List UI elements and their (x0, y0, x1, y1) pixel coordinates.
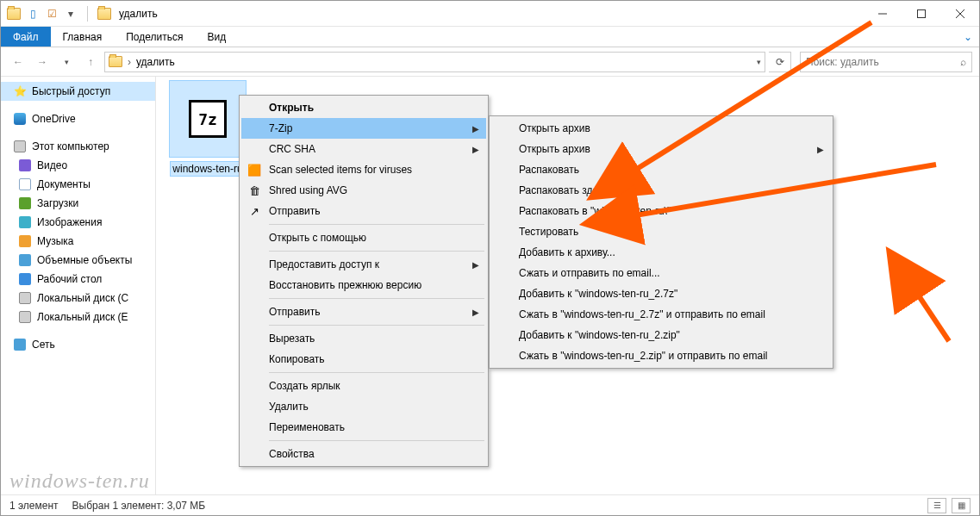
ribbon-expand-icon[interactable]: ⌄ (964, 27, 979, 47)
ctx-crc-sha[interactable]: CRC SHA ▶ (241, 139, 486, 159)
ctx-7zip[interactable]: 7-Zip ▶ (241, 118, 486, 139)
sub-compress-email[interactable]: Сжать и отправить по email... (491, 263, 831, 283)
history-dropdown[interactable]: ▾ (56, 52, 77, 72)
search-icon[interactable]: ⌕ (960, 56, 966, 68)
ctx-grant-access[interactable]: Предоставить доступ к ▶ (241, 254, 486, 275)
sub-add-to-7z[interactable]: Добавить к "windows-ten-ru_2.7z" (491, 283, 831, 304)
sidebar-item-downloads[interactable]: Загрузки (1, 194, 155, 213)
sub-open-archive-1[interactable]: Открыть архив (491, 118, 831, 139)
sub-add-to-archive[interactable]: Добавить к архиву... (491, 242, 831, 263)
separator (269, 224, 484, 225)
qat-pin-icon[interactable]: ▯ (25, 6, 41, 22)
sidebar-item-this-pc[interactable]: Этот компьютер (1, 137, 155, 156)
sidebar-item-3d-objects[interactable]: Объемные объекты (1, 251, 155, 270)
ctx-copy[interactable]: Копировать (241, 349, 486, 370)
sidebar-item-quick-access[interactable]: ⭐ Быстрый доступ (1, 82, 155, 101)
ctx-shred-avg[interactable]: 🗑 Shred using AVG (241, 180, 486, 201)
view-icons-button[interactable]: ▦ (952, 498, 971, 513)
ctx-cut[interactable]: Вырезать (241, 328, 486, 349)
address-dropdown-icon[interactable]: ▾ (757, 58, 761, 66)
sidebar-label: Локальный диск (C (37, 292, 128, 304)
chevron-right-icon: ▶ (472, 124, 479, 134)
sub-add-to-zip[interactable]: Добавить к "windows-ten-ru_2.zip" (491, 325, 831, 345)
share-icon: ↗ (247, 203, 262, 219)
watermark: windows-ten.ru (9, 469, 150, 493)
sidebar-label: OneDrive (32, 113, 76, 125)
ctx-create-shortcut[interactable]: Создать ярлык (241, 376, 486, 396)
tab-view[interactable]: Вид (195, 27, 238, 47)
sidebar-label: Видео (37, 159, 67, 171)
minimize-button[interactable] (863, 1, 902, 27)
ctx-open-with[interactable]: Открыть с помощью (241, 227, 486, 248)
sidebar: ⭐ Быстрый доступ OneDrive Этот компьютер… (1, 77, 156, 494)
up-button[interactable]: ↑ (80, 52, 101, 72)
sidebar-label: Загрузки (37, 197, 78, 209)
address-path[interactable]: удалить (136, 56, 175, 68)
ctx-restore-previous[interactable]: Восстановить прежнюю версию (241, 275, 486, 295)
sub-compress-7z-email[interactable]: Сжать в "windows-ten-ru_2.7z" и отправит… (491, 304, 831, 325)
maximize-button[interactable] (902, 1, 940, 27)
sidebar-item-local-disk-c[interactable]: Локальный диск (C (1, 289, 155, 308)
sidebar-item-videos[interactable]: Видео (1, 156, 155, 175)
onedrive-icon (13, 112, 27, 126)
ctx-delete[interactable]: Удалить (241, 396, 486, 417)
disk-icon (18, 291, 32, 305)
search-input[interactable] (806, 56, 960, 68)
sub-extract[interactable]: Распаковать (491, 159, 831, 180)
chevron-right-icon: ▶ (472, 308, 479, 317)
sidebar-item-local-disk-e[interactable]: Локальный диск (E (1, 308, 155, 326)
network-icon (13, 338, 27, 351)
sidebar-item-network[interactable]: Сеть (1, 335, 155, 354)
ctx-rename[interactable]: Переименовать (241, 417, 486, 438)
star-icon: ⭐ (13, 84, 27, 98)
tab-share[interactable]: Поделиться (114, 27, 195, 47)
ctx-label: Shred using AVG (269, 184, 347, 196)
divider (87, 6, 88, 22)
sidebar-item-onedrive[interactable]: OneDrive (1, 109, 155, 128)
ctx-send-to-2[interactable]: Отправить ▶ (241, 302, 486, 322)
video-icon (18, 159, 32, 172)
ctx-label: Отправить (269, 306, 321, 318)
close-button[interactable] (940, 1, 979, 27)
sidebar-item-desktop[interactable]: Рабочий стол (1, 270, 155, 289)
sub-test[interactable]: Тестировать (491, 221, 831, 242)
navbar: ← → ▾ ↑ › удалить ▾ ⟳ ⌕ (1, 47, 979, 77)
separator (269, 325, 484, 326)
ctx-label: Scan selected items for viruses (269, 164, 412, 176)
sidebar-item-music[interactable]: Музыка (1, 232, 155, 251)
file-item[interactable]: 7z windows-ten-ru (165, 80, 251, 177)
qat-dropdown-icon[interactable]: ▾ (63, 6, 78, 22)
ctx-open[interactable]: Открыть (241, 97, 486, 118)
sub-open-archive-2[interactable]: Открыть архив ▶ (491, 139, 831, 159)
tab-home[interactable]: Главная (51, 27, 115, 47)
sub-compress-zip-email[interactable]: Сжать в "windows-ten-ru_2.zip" и отправи… (491, 345, 831, 366)
window-title: удалить (119, 8, 158, 20)
refresh-button[interactable]: ⟳ (769, 52, 791, 72)
sevenzip-icon: 7z (189, 100, 227, 138)
ribbon-tabs: Файл Главная Поделиться Вид ⌄ (1, 27, 979, 47)
tab-file[interactable]: Файл (1, 27, 51, 47)
qat-checkbox-icon[interactable]: ☑ (44, 6, 59, 22)
app-folder-icon (97, 6, 112, 22)
ctx-properties[interactable]: Свойства (241, 444, 486, 464)
address-bar[interactable]: › удалить ▾ (104, 52, 765, 72)
sub-extract-to[interactable]: Распаковать в "windows-ten-ru\" (491, 201, 831, 221)
ctx-label: CRC SHA (269, 143, 315, 155)
ctx-scan-viruses[interactable]: 🟧 Scan selected items for viruses (241, 159, 486, 180)
ctx-send-to-1[interactable]: ↗ Отправить (241, 201, 486, 221)
sidebar-label: Рабочий стол (37, 273, 102, 285)
back-button[interactable]: ← (8, 52, 28, 72)
sidebar-label: Этот компьютер (32, 140, 109, 152)
chevron-right-icon[interactable]: › (128, 56, 131, 68)
search-box[interactable]: ⌕ (800, 52, 972, 72)
ctx-label: Открыть архив (519, 143, 590, 155)
chevron-right-icon: ▶ (472, 260, 479, 270)
sidebar-item-documents[interactable]: Документы (1, 175, 155, 194)
sub-extract-here[interactable]: Распаковать здесь (491, 180, 831, 201)
sidebar-label: Объемные объекты (37, 254, 132, 266)
file-name[interactable]: windows-ten-ru (170, 161, 245, 177)
forward-button[interactable]: → (32, 52, 53, 72)
sidebar-item-pictures[interactable]: Изображения (1, 213, 155, 232)
file-thumbnail[interactable]: 7z (169, 80, 247, 158)
view-details-button[interactable]: ☰ (927, 498, 946, 513)
